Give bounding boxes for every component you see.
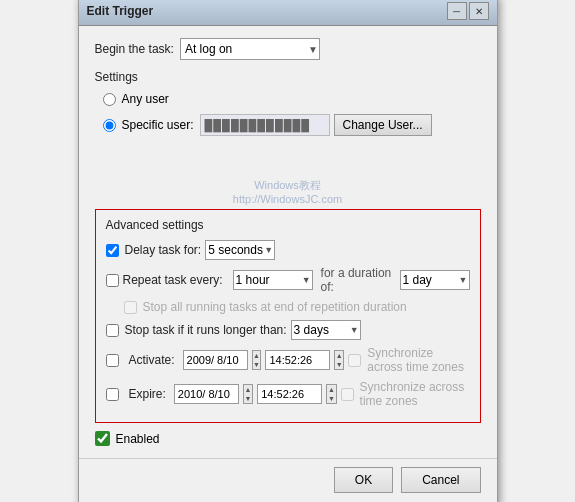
activate-date-input[interactable]	[183, 350, 248, 370]
stop-task-dropdown-wrapper: 3 days 30 minutes 1 hour 2 hours 4 hours…	[291, 320, 361, 340]
expire-time-down-icon[interactable]: ▼	[327, 394, 335, 403]
stop-running-label: Stop all running tasks at end of repetit…	[143, 300, 407, 314]
activate-time-down-icon[interactable]: ▼	[335, 360, 343, 369]
title-bar: Edit Trigger ─ ✕	[79, 0, 497, 26]
specific-user-row: Specific user: ████████████ Change User.…	[103, 114, 481, 136]
activate-sync-wrapper: Synchronize across time zones	[348, 346, 469, 374]
for-duration-label: for a duration of:	[321, 266, 392, 294]
advanced-settings-title: Advanced settings	[106, 218, 470, 232]
settings-group: Any user Specific user: ████████████ Cha…	[95, 92, 481, 136]
expire-label: Expire:	[129, 387, 166, 401]
close-button[interactable]: ✕	[469, 2, 489, 20]
title-bar-controls: ─ ✕	[447, 2, 489, 20]
stop-task-select[interactable]: 3 days 30 minutes 1 hour 2 hours 4 hours	[291, 320, 361, 340]
delay-task-select[interactable]: 5 seconds 30 seconds 1 minute 30 minutes…	[205, 240, 275, 260]
repeat-task-row: Repeat task every: 1 hour 5 minutes 10 m…	[106, 266, 470, 294]
watermark: Windows教程 http://WindowsJC.com	[95, 178, 481, 205]
repeat-task-checkbox[interactable]	[106, 274, 119, 287]
any-user-label: Any user	[122, 92, 169, 106]
settings-label: Settings	[95, 70, 481, 84]
cancel-button[interactable]: Cancel	[401, 467, 480, 493]
stop-task-label: Stop task if it runs longer than:	[125, 323, 287, 337]
spacer	[95, 144, 481, 174]
activate-date-spin[interactable]: ▲ ▼	[252, 350, 262, 370]
activate-time-up-icon[interactable]: ▲	[335, 351, 343, 360]
watermark-text2: http://WindowsJC.com	[233, 193, 342, 205]
activate-time-spin[interactable]: ▲ ▼	[334, 350, 344, 370]
activate-checkbox[interactable]	[106, 354, 119, 367]
stop-running-checkbox[interactable]	[124, 301, 137, 314]
expire-time-spin[interactable]: ▲ ▼	[326, 384, 336, 404]
begin-task-select[interactable]: At log on At startup On a schedule	[180, 38, 320, 60]
enabled-checkbox[interactable]	[95, 431, 110, 446]
expire-date-input[interactable]	[174, 384, 239, 404]
repeat-dropdown-wrapper: 1 hour 5 minutes 10 minutes 15 minutes 3…	[233, 270, 313, 290]
activate-row: Activate: ▲ ▼ ▲ ▼ Synchronize across tim…	[106, 346, 470, 374]
expire-date-down-icon[interactable]: ▼	[244, 394, 252, 403]
change-user-button[interactable]: Change User...	[334, 114, 432, 136]
enabled-label: Enabled	[116, 432, 160, 446]
enabled-row: Enabled	[95, 431, 481, 446]
activate-sync-label: Synchronize across time zones	[367, 346, 469, 374]
expire-sync-checkbox[interactable]	[341, 388, 354, 401]
stop-running-row: Stop all running tasks at end of repetit…	[106, 300, 470, 314]
any-user-radio[interactable]	[103, 93, 116, 106]
begin-task-label: Begin the task:	[95, 42, 174, 56]
expire-time-up-icon[interactable]: ▲	[327, 385, 335, 394]
activate-date-down-icon[interactable]: ▼	[253, 360, 261, 369]
activate-time-input[interactable]	[265, 350, 330, 370]
expire-row: Expire: ▲ ▼ ▲ ▼ Synchronize across time …	[106, 380, 470, 408]
stop-task-checkbox[interactable]	[106, 324, 119, 337]
expire-date-spin[interactable]: ▲ ▼	[243, 384, 253, 404]
ok-button[interactable]: OK	[334, 467, 393, 493]
duration-select[interactable]: 1 day 30 minutes 1 hour 12 hours Indefin…	[400, 270, 470, 290]
dialog-title: Edit Trigger	[87, 4, 154, 18]
dialog-footer: OK Cancel	[79, 458, 497, 502]
edit-trigger-dialog: Edit Trigger ─ ✕ Begin the task: At log …	[78, 0, 498, 502]
delay-task-label: Delay task for:	[125, 243, 202, 257]
stop-task-row: Stop task if it runs longer than: 3 days…	[106, 320, 470, 340]
any-user-row: Any user	[103, 92, 481, 106]
activate-date-up-icon[interactable]: ▲	[253, 351, 261, 360]
expire-date-up-icon[interactable]: ▲	[244, 385, 252, 394]
delay-task-row: Delay task for: 5 seconds 30 seconds 1 m…	[106, 240, 470, 260]
watermark-text1: Windows教程	[254, 179, 321, 191]
begin-task-dropdown-wrapper: At log on At startup On a schedule ▼	[180, 38, 320, 60]
expire-time-input[interactable]	[257, 384, 322, 404]
activate-label: Activate:	[129, 353, 175, 367]
activate-sync-checkbox[interactable]	[348, 354, 361, 367]
begin-task-row: Begin the task: At log on At startup On …	[95, 38, 481, 60]
minimize-button[interactable]: ─	[447, 2, 467, 20]
delay-task-checkbox[interactable]	[106, 244, 119, 257]
expire-sync-label: Synchronize across time zones	[360, 380, 470, 408]
dialog-body: Begin the task: At log on At startup On …	[79, 26, 497, 458]
repeat-task-select[interactable]: 1 hour 5 minutes 10 minutes 15 minutes 3…	[233, 270, 313, 290]
expire-checkbox[interactable]	[106, 388, 119, 401]
duration-dropdown-wrapper: 1 day 30 minutes 1 hour 12 hours Indefin…	[400, 270, 470, 290]
delay-dropdown-wrapper: 5 seconds 30 seconds 1 minute 30 minutes…	[205, 240, 275, 260]
advanced-settings-box: Advanced settings Delay task for: 5 seco…	[95, 209, 481, 423]
specific-user-label: Specific user:	[122, 118, 194, 132]
specific-user-radio[interactable]	[103, 119, 116, 132]
repeat-task-label: Repeat task every:	[123, 273, 223, 287]
user-value-field: ████████████	[200, 114, 330, 136]
expire-sync-wrapper: Synchronize across time zones	[341, 380, 470, 408]
